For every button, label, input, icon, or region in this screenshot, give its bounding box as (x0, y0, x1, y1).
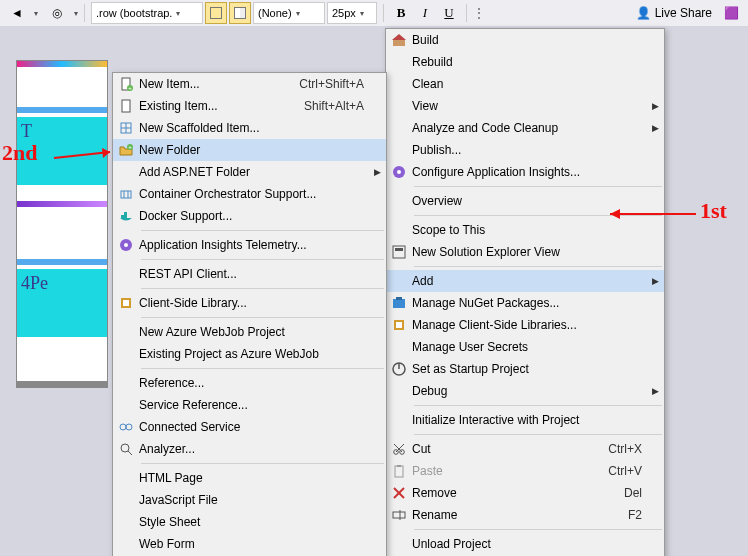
submenu-arrow-icon: ▶ (652, 386, 664, 396)
size-dropdown[interactable]: 25px▾ (327, 2, 377, 24)
menu-item-label: Configure Application Insights... (412, 165, 652, 179)
nav-back-button[interactable]: ◄ (6, 2, 28, 24)
separator (84, 4, 85, 22)
svg-rect-4 (393, 246, 405, 258)
menu-item-docker-support[interactable]: Docker Support... (113, 205, 386, 227)
svg-point-44 (124, 243, 128, 247)
svg-rect-41 (124, 215, 127, 218)
menu-item-new-scaffolded-item[interactable]: New Scaffolded Item... (113, 117, 386, 139)
menu-item-label: REST API Client... (139, 267, 374, 281)
svg-rect-46 (123, 300, 129, 306)
menu-item-application-insights-telemetry[interactable]: Application Insights Telemetry... (113, 234, 386, 256)
menu-item-javascript-file[interactable]: JavaScript File (113, 489, 386, 511)
menu-item-client-side-library[interactable]: Client-Side Library... (113, 292, 386, 314)
menu-item-clean[interactable]: Clean (386, 73, 664, 95)
menu-item-label: Remove (412, 486, 624, 500)
menu-item-set-as-startup-project[interactable]: Set as Startup Project (386, 358, 664, 380)
italic-button[interactable]: I (414, 2, 436, 24)
overflow-icon[interactable]: ⋮ (473, 6, 485, 20)
menu-item-label: Add ASP.NET Folder (139, 165, 374, 179)
svg-marker-1 (392, 34, 406, 40)
menu-item-debug[interactable]: Debug▶ (386, 380, 664, 402)
separator (466, 4, 467, 22)
feedback-button[interactable]: 🟪 (720, 2, 742, 24)
menu-item-shortcut: Ctrl+X (608, 442, 652, 456)
menu-item-label: Application Insights Telemetry... (139, 238, 374, 252)
bold-button[interactable]: B (390, 2, 412, 24)
menu-item-rebuild[interactable]: Rebuild (386, 51, 664, 73)
menu-item-manage-nuget-packages[interactable]: Manage NuGet Packages... (386, 292, 664, 314)
solution-icon (386, 244, 412, 260)
menu-item-connected-service[interactable]: Connected Service (113, 416, 386, 438)
menu-item-web-form[interactable]: Web Form (113, 533, 386, 555)
menu-item-label: Existing Item... (139, 99, 304, 113)
live-share-button[interactable]: 👤 Live Share (630, 6, 718, 20)
menu-item-add-asp-net-folder[interactable]: Add ASP.NET Folder▶ (113, 161, 386, 183)
menu-item-shortcut: Shift+Alt+A (304, 99, 374, 113)
svg-rect-20 (393, 512, 405, 518)
submenu-arrow-icon: ▶ (652, 276, 664, 286)
menu-item-new-azure-webjob-project[interactable]: New Azure WebJob Project (113, 321, 386, 343)
layout2-button[interactable] (229, 2, 251, 24)
submenu-arrow-icon: ▶ (652, 123, 664, 133)
scaffold-icon (113, 120, 139, 136)
menu-item-build[interactable]: Build (386, 29, 664, 51)
underline-button[interactable]: U (438, 2, 460, 24)
menu-item-initialize-interactive-with-project[interactable]: Initialize Interactive with Project (386, 409, 664, 431)
menu-item-analyze-and-code-cleanup[interactable]: Analyze and Code Cleanup▶ (386, 117, 664, 139)
menu-item-style-sheet[interactable]: Style Sheet (113, 511, 386, 533)
layout1-button[interactable] (205, 2, 227, 24)
menu-item-label: Manage NuGet Packages... (412, 296, 652, 310)
separator (383, 4, 384, 22)
size-value: 25px (332, 7, 356, 19)
menu-item-label: New Folder (139, 143, 374, 157)
menu-item-reference[interactable]: Reference... (113, 372, 386, 394)
menu-item-new-solution-explorer-view[interactable]: New Solution Explorer View (386, 241, 664, 263)
menu-item-label: JavaScript File (139, 493, 374, 507)
menu-item-shortcut: Del (624, 486, 652, 500)
menu-item-analyzer[interactable]: Analyzer... (113, 438, 386, 460)
menu-item-view[interactable]: View▶ (386, 95, 664, 117)
menu-separator (141, 230, 384, 231)
menu-item-label: Analyzer... (139, 442, 374, 456)
menu-item-unload-project[interactable]: Unload Project (386, 533, 664, 555)
menu-item-label: Web Form (139, 537, 374, 551)
svg-rect-0 (393, 40, 405, 46)
menu-item-label: New Azure WebJob Project (139, 325, 374, 339)
style-dropdown[interactable]: (None)▾ (253, 2, 325, 24)
menu-item-configure-application-insights[interactable]: Configure Application Insights... (386, 161, 664, 183)
menu-item-rename[interactable]: RenameF2 (386, 504, 664, 526)
menu-separator (414, 186, 662, 187)
menu-item-label: Container Orchestrator Support... (139, 187, 374, 201)
menu-item-cut[interactable]: CutCtrl+X (386, 438, 664, 460)
menu-item-remove[interactable]: RemoveDel (386, 482, 664, 504)
selector-dropdown[interactable]: .row (bootstrap.▾ (91, 2, 203, 24)
svg-rect-9 (396, 322, 402, 328)
chevron-down-icon: ▾ (360, 9, 364, 18)
menu-item-label: Service Reference... (139, 398, 374, 412)
svg-rect-37 (121, 191, 131, 198)
selector-value: .row (bootstrap. (96, 7, 172, 19)
menu-item-new-folder[interactable]: +New Folder (113, 139, 386, 161)
menu-item-add[interactable]: Add▶ (386, 270, 664, 292)
menu-item-publish[interactable]: Publish... (386, 139, 664, 161)
svg-rect-42 (124, 212, 127, 215)
menu-item-existing-item[interactable]: Existing Item...Shift+Alt+A (113, 95, 386, 117)
newitem-icon: + (113, 76, 139, 92)
menu-item-label: Connected Service (139, 420, 374, 434)
dropdown-icon: ▾ (74, 9, 78, 18)
menu-item-existing-project-as-azure-webjob[interactable]: Existing Project as Azure WebJob (113, 343, 386, 365)
menu-item-rest-api-client[interactable]: REST API Client... (113, 263, 386, 285)
menu-item-label: Set as Startup Project (412, 362, 652, 376)
menu-separator (141, 259, 384, 260)
menu-item-new-item[interactable]: +New Item...Ctrl+Shift+A (113, 73, 386, 95)
menu-item-manage-client-side-libraries[interactable]: Manage Client-Side Libraries... (386, 314, 664, 336)
svg-marker-56 (102, 148, 110, 158)
menu-item-container-orchestrator-support[interactable]: Container Orchestrator Support... (113, 183, 386, 205)
menu-item-html-page[interactable]: HTML Page (113, 467, 386, 489)
target-button[interactable]: ◎ (46, 2, 68, 24)
context-menu-add: +New Item...Ctrl+Shift+AExisting Item...… (112, 72, 387, 556)
menu-item-manage-user-secrets[interactable]: Manage User Secrets (386, 336, 664, 358)
menu-item-shortcut: Ctrl+V (608, 464, 652, 478)
menu-item-service-reference[interactable]: Service Reference... (113, 394, 386, 416)
